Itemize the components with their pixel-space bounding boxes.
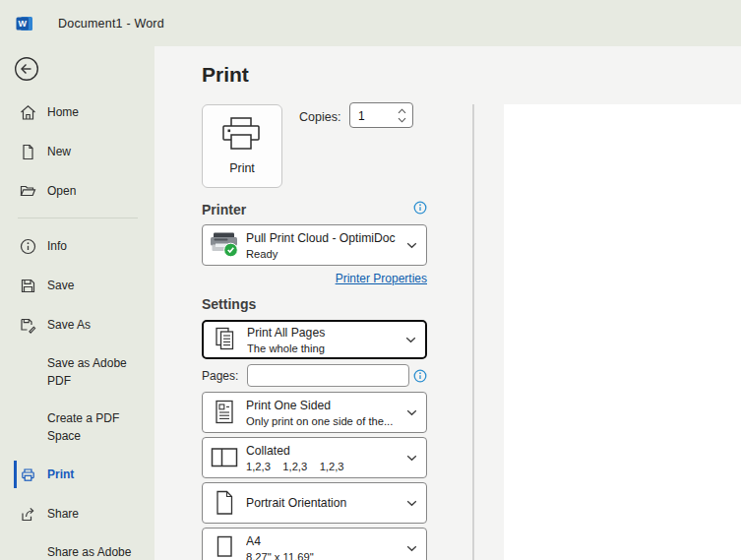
- copies-increment-button[interactable]: [397, 106, 407, 115]
- printer-name: Pull Print Cloud - OptimiDoc: [246, 231, 406, 245]
- sidebar-item-create-pdf-space[interactable]: Create a PDF Space: [0, 410, 154, 448]
- sidebar-item-label: Share: [47, 507, 79, 521]
- select-title: Print One Sided: [246, 399, 406, 412]
- print-all-pages-icon: [204, 326, 247, 353]
- chevron-down-icon: [406, 242, 417, 249]
- sidebar-item-label: New: [47, 145, 71, 158]
- sidebar-item-label: Save As: [47, 318, 91, 332]
- sidebar-item-save-as[interactable]: Save As: [0, 311, 154, 339]
- printer-icon: [218, 116, 266, 154]
- pages-input[interactable]: [247, 364, 409, 387]
- chevron-down-icon: [405, 337, 416, 343]
- home-icon: [20, 104, 36, 121]
- svg-text:W: W: [18, 18, 27, 28]
- print-button-label: Print: [229, 161, 255, 175]
- word-logo-icon: W: [15, 14, 34, 33]
- pages-info-icon[interactable]: [413, 369, 427, 383]
- copies-label: Copies:: [299, 110, 340, 124]
- chevron-up-icon: [398, 108, 406, 114]
- share-icon: [20, 506, 36, 523]
- portrait-orientation-icon: [203, 489, 246, 517]
- chevron-down-icon: [406, 545, 417, 552]
- select-subtitle: 1,2,3 1,2,3 1,2,3: [246, 461, 406, 472]
- sidebar-item-info[interactable]: Info: [0, 232, 154, 260]
- sidebar-item-share[interactable]: Share: [0, 500, 154, 528]
- chevron-down-icon: [398, 117, 406, 123]
- back-arrow-icon: [14, 56, 39, 82]
- chevron-down-icon: [406, 500, 417, 507]
- sidebar-item-label: Home: [47, 105, 79, 119]
- document-preview-page: [504, 104, 741, 560]
- sidebar-item-open[interactable]: Open: [0, 177, 154, 205]
- copies-stepper[interactable]: [349, 102, 413, 128]
- window-title: Document1 - Word: [58, 17, 164, 31]
- pages-label: Pages:: [202, 369, 238, 383]
- printer-device-icon: [203, 231, 246, 259]
- select-subtitle: Only print on one side of the...: [246, 415, 406, 427]
- new-document-icon: [20, 144, 36, 160]
- paper-size-icon: [203, 534, 246, 560]
- sidebar-item-label: Create a PDF Space: [47, 410, 146, 445]
- select-subtitle: The whole thing: [247, 342, 405, 354]
- orientation-select[interactable]: Portrait Orientation: [202, 482, 427, 524]
- printer-status: Ready: [246, 248, 406, 260]
- print-icon: [20, 467, 36, 483]
- collation-select[interactable]: Collated 1,2,3 1,2,3 1,2,3: [202, 437, 427, 478]
- chevron-down-icon: [406, 409, 417, 416]
- sidebar-item-label: Save as Adobe PDF: [47, 355, 146, 390]
- sidebar-item-print[interactable]: Print: [0, 461, 154, 488]
- sidebar-item-label: Print: [47, 467, 74, 481]
- printer-properties-link[interactable]: Printer Properties: [202, 272, 427, 285]
- print-one-sided-icon: [203, 399, 246, 426]
- sidebar-item-label: Share as Adobe: [47, 544, 146, 560]
- titlebar: W Document1 - Word: [0, 0, 741, 46]
- select-title: Collated: [246, 444, 406, 458]
- page-title: Print: [202, 63, 249, 87]
- sidebar-item-label: Save: [47, 279, 74, 292]
- save-icon: [20, 278, 36, 294]
- paper-size-select[interactable]: A4 8.27" x 11.69": [202, 528, 427, 560]
- info-icon: [20, 238, 36, 255]
- printer-select[interactable]: Pull Print Cloud - OptimiDoc Ready: [202, 224, 427, 266]
- sidebar-item-save[interactable]: Save: [0, 272, 154, 299]
- open-folder-icon: [20, 183, 36, 200]
- printer-section-heading: Printer: [202, 202, 246, 218]
- save-as-icon: [20, 317, 36, 334]
- select-title: Portrait Orientation: [246, 496, 406, 510]
- chevron-down-icon: [406, 455, 417, 462]
- sidebar-item-label: Info: [47, 239, 67, 253]
- sidebar-item-label: Open: [47, 184, 76, 198]
- select-subtitle: 8.27" x 11.69": [246, 551, 406, 560]
- sidebar: Home New Open Info: [0, 46, 154, 560]
- collated-icon: [203, 445, 246, 470]
- print-button[interactable]: Print: [202, 104, 282, 188]
- duplex-select[interactable]: Print One Sided Only print on one side o…: [202, 392, 427, 433]
- copies-decrement-button[interactable]: [397, 115, 407, 124]
- sidebar-item-share-as-adobe[interactable]: Share as Adobe: [0, 544, 154, 560]
- sidebar-item-new[interactable]: New: [0, 138, 154, 165]
- settings-scrollbar[interactable]: [472, 104, 474, 560]
- back-button[interactable]: [14, 56, 39, 82]
- settings-section-heading: Settings: [202, 296, 256, 312]
- copies-input[interactable]: [350, 103, 403, 129]
- printer-info-icon[interactable]: [413, 201, 427, 215]
- sidebar-divider: [18, 218, 138, 218]
- sidebar-item-save-as-adobe-pdf[interactable]: Save as Adobe PDF: [0, 355, 154, 393]
- print-range-select[interactable]: Print All Pages The whole thing: [202, 320, 427, 359]
- select-title: A4: [246, 534, 406, 548]
- word-print-backstage: W Document1 - Word Home: [0, 0, 741, 560]
- select-title: Print All Pages: [247, 326, 405, 340]
- sidebar-item-home[interactable]: Home: [0, 98, 154, 126]
